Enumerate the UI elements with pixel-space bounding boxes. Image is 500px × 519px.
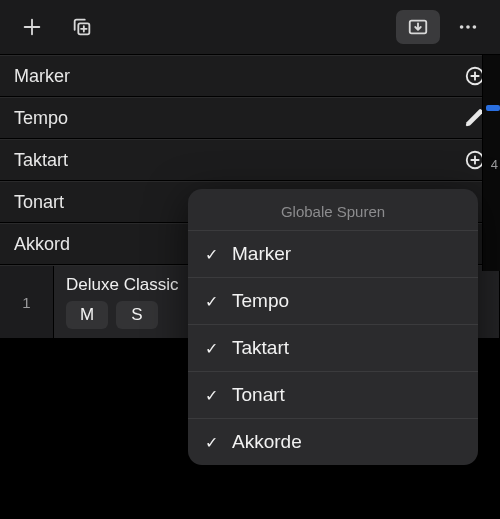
menu-item-label: Taktart [232, 337, 289, 359]
menu-item-tempo[interactable]: ✓ Tempo [188, 278, 478, 325]
menu-item-label: Tempo [232, 290, 289, 312]
menu-item-akkorde[interactable]: ✓ Akkorde [188, 419, 478, 465]
svg-point-9 [473, 25, 477, 29]
ruler-tick: 4 [491, 157, 498, 172]
menu-item-tonart[interactable]: ✓ Tonart [188, 372, 478, 419]
row-tempo[interactable]: Tempo [0, 97, 500, 139]
toolbar [0, 0, 500, 55]
svg-point-8 [466, 25, 470, 29]
menu-item-label: Marker [232, 243, 291, 265]
add-button[interactable] [10, 10, 54, 44]
menu-item-marker[interactable]: ✓ Marker [188, 231, 478, 278]
row-marker[interactable]: Marker [0, 55, 500, 97]
track-index: 1 [0, 266, 54, 338]
menu-item-label: Tonart [232, 384, 285, 406]
import-button[interactable] [396, 10, 440, 44]
row-taktart[interactable]: Taktart [0, 139, 500, 181]
check-icon: ✓ [202, 292, 220, 311]
playhead-marker [486, 105, 500, 111]
global-tracks-menu: Globale Spuren ✓ Marker ✓ Tempo ✓ Taktar… [188, 189, 478, 465]
more-button[interactable] [446, 10, 490, 44]
timeline-rail: 4 [482, 55, 500, 271]
duplicate-button[interactable] [60, 10, 104, 44]
menu-item-label: Akkorde [232, 431, 302, 453]
mute-button[interactable]: M [66, 301, 108, 329]
check-icon: ✓ [202, 386, 220, 405]
menu-item-taktart[interactable]: ✓ Taktart [188, 325, 478, 372]
row-label: Tempo [14, 108, 464, 129]
row-label: Taktart [14, 150, 464, 171]
check-icon: ✓ [202, 245, 220, 264]
row-label: Marker [14, 66, 464, 87]
svg-point-7 [460, 25, 464, 29]
check-icon: ✓ [202, 433, 220, 452]
check-icon: ✓ [202, 339, 220, 358]
solo-button[interactable]: S [116, 301, 158, 329]
menu-header: Globale Spuren [188, 189, 478, 231]
